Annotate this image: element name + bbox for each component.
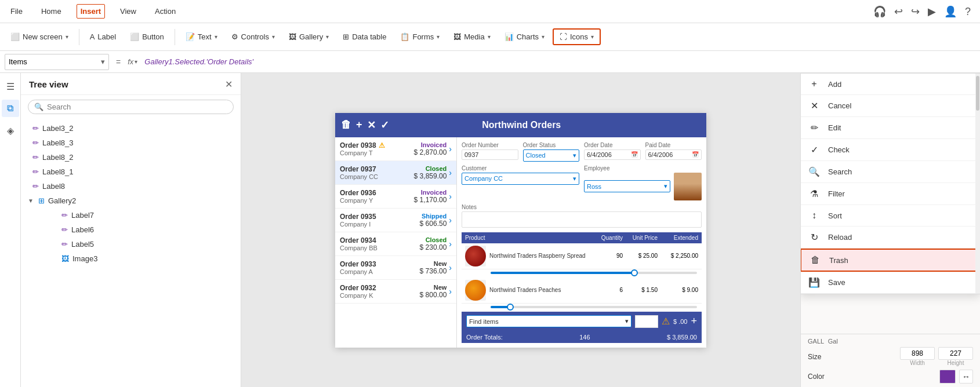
- notes-textarea[interactable]: [462, 211, 702, 228]
- menu-insert[interactable]: Insert: [77, 4, 105, 19]
- new-screen-button[interactable]: ⬜ New screen ▾: [5, 30, 74, 44]
- order-row-0938[interactable]: Order 0938 ⚠ Company T Invoiced $ 2,870.…: [335, 137, 456, 161]
- tree-item-label6[interactable]: ✏ Label6: [37, 222, 241, 237]
- hamburger-icon[interactable]: ☰: [2, 78, 19, 95]
- bottom-bar: Find items ▾ ⚠ $ .00 +: [462, 312, 702, 331]
- app-header: 🗑 + ✕ ✓ Northwind Orders: [335, 113, 706, 137]
- tree-item-label5[interactable]: ✏ Label5: [37, 237, 241, 251]
- menu-file[interactable]: File: [7, 5, 26, 18]
- data-table-button[interactable]: ⊞ Data table: [337, 30, 392, 44]
- icon-menu-sort[interactable]: ↕ Sort: [800, 205, 980, 227]
- chevron-down-icon-6: ▾: [488, 34, 491, 40]
- add-item-icon[interactable]: +: [691, 315, 697, 327]
- play-icon[interactable]: ▶: [928, 5, 936, 18]
- dropdown-arrow-icon-3: ▾: [664, 182, 667, 190]
- fx-button[interactable]: fx ▾: [128, 57, 137, 66]
- employee-dropdown[interactable]: Ross ▾: [584, 180, 670, 192]
- amount-label: $ .00: [673, 318, 687, 325]
- color-section: Color ↔: [808, 370, 973, 384]
- screen-icon: ⬜: [10, 32, 20, 41]
- add-icon-app[interactable]: +: [356, 119, 362, 131]
- menu-home[interactable]: Home: [38, 5, 65, 18]
- trash-icon-app[interactable]: 🗑: [341, 119, 351, 131]
- text-button[interactable]: 📝 Text ▾: [180, 30, 223, 44]
- tree-search-box: 🔍: [28, 100, 234, 114]
- order-arrow-icon: ›: [449, 287, 452, 296]
- icon-menu-reload[interactable]: ↻ Reload: [800, 227, 980, 249]
- forms-button[interactable]: 📋 Forms ▾: [394, 30, 445, 44]
- user-icon[interactable]: 👤: [944, 5, 957, 18]
- button-button[interactable]: ⬜ Button: [124, 30, 170, 44]
- order-status-dropdown[interactable]: Closed ▾: [523, 149, 580, 162]
- tree-item-gallery2[interactable]: ▼ ⊞ Gallery2: [21, 194, 241, 208]
- tree-item-label8[interactable]: ✏ Label8: [21, 179, 241, 194]
- help-icon[interactable]: ?: [965, 6, 971, 18]
- dropdown-scrollbar[interactable]: [975, 74, 980, 294]
- icon-menu-add[interactable]: + Add: [800, 74, 980, 95]
- formula-input[interactable]: Gallery1.Selected.'Order Details': [141, 56, 975, 67]
- tree-title-text: Tree view: [29, 79, 68, 89]
- icon-menu-search[interactable]: 🔍 Search: [800, 161, 980, 183]
- icon-menu-save[interactable]: 💾 Save: [800, 272, 980, 294]
- search-icon: 🔍: [34, 103, 43, 111]
- check-icon-app[interactable]: ✓: [380, 119, 389, 132]
- tree-close-button[interactable]: ✕: [225, 79, 233, 90]
- order-row-0932[interactable]: Order 0932 Company K New $ 800.00 ›: [335, 280, 456, 304]
- order-row-0937[interactable]: Order 0937 Company CC Closed $ 3,859.00 …: [335, 161, 456, 185]
- order-row-0934[interactable]: Order 0934 Company BB Closed $ 230.00 ›: [335, 232, 456, 256]
- tree-item-label8-3[interactable]: ✏ Label8_3: [21, 136, 241, 150]
- calendar-icon-2: 📅: [692, 151, 699, 158]
- charts-button[interactable]: 📊 Charts ▾: [499, 30, 550, 44]
- order-row-0936[interactable]: Order 0936 Company Y Invoiced $ 1,170.00…: [335, 185, 456, 209]
- canvas-area: 🗑 + ✕ ✓ Northwind Orders Order 0938 ⚠: [241, 73, 800, 387]
- cancel-icon-app[interactable]: ✕: [367, 119, 376, 132]
- tree-item-label8-2[interactable]: ✏ Label8_2: [21, 150, 241, 165]
- chevron-down-icon-7: ▾: [542, 34, 545, 40]
- app-body: Order 0938 ⚠ Company T Invoiced $ 2,870.…: [335, 137, 706, 348]
- label-icon: ✏: [61, 240, 68, 249]
- product-slider-2[interactable]: [491, 306, 697, 308]
- menu-view[interactable]: View: [117, 5, 140, 18]
- color-swatch[interactable]: [939, 370, 956, 384]
- height-input[interactable]: [938, 347, 973, 360]
- media-icon: 🖼: [453, 32, 461, 41]
- product-slider-1[interactable]: [491, 272, 697, 274]
- icon-menu-check[interactable]: ✓ Check: [800, 139, 980, 161]
- media-button[interactable]: 🖼 Media ▾: [448, 30, 496, 44]
- controls-button[interactable]: ⚙ Controls ▾: [226, 30, 281, 44]
- width-input[interactable]: [900, 347, 935, 360]
- quantity-input[interactable]: [635, 315, 658, 328]
- tree-item-label8-1[interactable]: ✏ Label8_1: [21, 165, 241, 179]
- layers-icon[interactable]: ⧉: [2, 100, 19, 117]
- icon-menu-edit[interactable]: ✏ Edit: [800, 117, 980, 139]
- headphone-icon[interactable]: 🎧: [873, 5, 886, 18]
- tree-search-input[interactable]: [47, 103, 227, 111]
- tree-item-label7[interactable]: ✏ Label7: [37, 208, 241, 222]
- chevron-down-icon-3: ▾: [272, 34, 275, 40]
- undo-icon[interactable]: ↩: [894, 5, 903, 18]
- label-button[interactable]: A Label: [84, 30, 122, 44]
- order-row-0933[interactable]: Order 0933 Company A New $ 736.00 ›: [335, 256, 456, 280]
- dropdown-arrow-icon-4: ▾: [625, 317, 629, 325]
- icon-menu-filter[interactable]: ⚗ Filter: [800, 183, 980, 205]
- order-arrow-icon: ›: [449, 192, 452, 201]
- tree-item-label3-2[interactable]: ✏ Label3_2: [21, 121, 241, 136]
- icon-menu-trash[interactable]: 🗑 Trash: [800, 249, 980, 272]
- icons-button[interactable]: ⛶ Icons ▾: [553, 28, 601, 45]
- menu-action[interactable]: Action: [151, 5, 179, 18]
- components-icon[interactable]: ◈: [2, 122, 19, 139]
- formula-dropdown[interactable]: Items ▾: [5, 54, 109, 70]
- dropdown-arrow-icon-2: ▾: [573, 175, 576, 182]
- find-items-dropdown[interactable]: Find items ▾: [466, 315, 631, 327]
- icon-menu-cancel[interactable]: ✕ Cancel: [800, 95, 980, 117]
- gallery-button[interactable]: 🖼 Gallery ▾: [283, 30, 335, 44]
- customer-dropdown[interactable]: Company CC ▾: [462, 173, 579, 185]
- order-row-0935[interactable]: Order 0935 Company I Shipped $ 606.50 ›: [335, 209, 456, 232]
- tree-item-image3[interactable]: 🖼 Image3: [37, 251, 241, 266]
- color-picker-button[interactable]: ↔: [959, 370, 973, 384]
- check-icon: ✓: [808, 144, 820, 155]
- label-icon: ✏: [61, 225, 68, 234]
- redo-icon[interactable]: ↪: [911, 5, 920, 18]
- warning-icon: ⚠: [379, 141, 385, 149]
- icons-dropdown-menu: + Add ✕ Cancel ✏ Edit ✓ Check 🔍 Search ⚗: [800, 73, 980, 294]
